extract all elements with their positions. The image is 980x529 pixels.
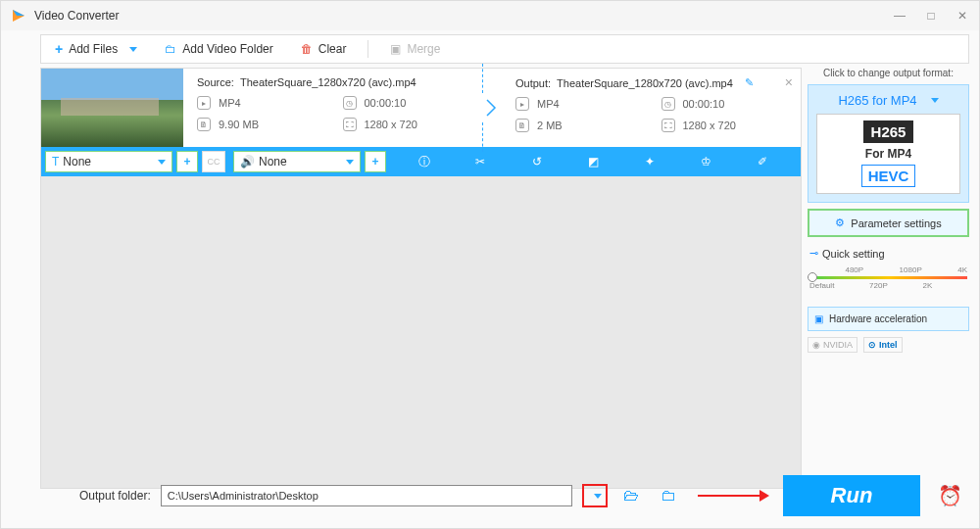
chip-icon: ▣ [814,313,823,324]
add-audio-button[interactable]: + [365,151,386,172]
settings-icon: ⚙ [835,216,845,229]
caret-down-icon [346,160,354,165]
window: Video Converter — □ ✕ + Add Files 🗀 Add … [0,0,980,529]
slider-icon: ⊸ [809,247,818,260]
format-title: H265 for MP4 [838,93,916,108]
info-icon[interactable]: ⓘ [416,153,433,170]
intel-badge: ⊙Intel [863,337,903,353]
audio-value: None [259,155,287,168]
output-size: 2 MB [537,120,563,131]
parameter-settings-button[interactable]: ⚙ Parameter settings [808,209,969,237]
titlebar: Video Converter — □ ✕ [1,1,979,30]
slider-tick-default: Default [809,281,834,290]
file-icon: 🗎 [515,119,529,132]
clock-icon: ◷ [662,97,675,111]
output-info: × Output: TheaterSquare_1280x720 (avc).m… [502,69,801,147]
add-files-button[interactable]: + Add Files [41,35,151,63]
caret-down-icon [158,160,166,165]
merge-label: Merge [407,42,440,56]
watermark-icon[interactable]: ♔ [698,153,715,170]
run-label: Run [831,483,873,508]
maximize-button[interactable]: □ [924,9,938,23]
cc-label: CC [208,157,220,167]
remove-file-button[interactable]: × [785,74,793,90]
run-button[interactable]: Run [783,475,920,516]
toolbar-separator [368,40,368,58]
caret-down-icon [129,47,137,52]
merge-icon: ▣ [390,42,401,56]
audio-select[interactable]: 🔊 None [233,151,361,172]
convert-arrow-icon [482,69,502,147]
rotate-icon[interactable]: ↺ [528,153,546,170]
merge-button[interactable]: ▣ Merge [376,35,454,63]
clear-label: Clear [318,42,347,56]
add-folder-label: Add Video Folder [182,42,273,56]
crop-icon[interactable]: ◩ [584,153,602,170]
output-duration: 00:00:10 [683,98,725,110]
clear-button[interactable]: 🗑 Clear [287,35,361,63]
minimize-button[interactable]: — [893,9,906,23]
quality-slider[interactable]: 480P 1080P 4K Default 720P 2K [809,265,967,297]
schedule-button[interactable]: ⏰ [930,475,969,516]
source-size: 9.90 MB [219,119,259,130]
annotation-arrow [698,495,767,497]
hw-accel-label: Hardware acceleration [829,313,927,324]
caret-down-icon [594,494,602,499]
output-folder-label: Output folder: [79,489,151,503]
output-resolution: 1280 x 720 [683,120,736,131]
badge-hevc: HEVC [861,165,916,187]
output-filename: TheaterSquare_1280x720 (avc).mp4 [557,77,733,89]
edit-icon[interactable]: ✎ [745,76,754,89]
slider-tick-720p: 720P [869,281,888,290]
resolution-icon: ⛶ [343,118,357,131]
hardware-acceleration-button[interactable]: ▣ Hardware acceleration [808,307,969,331]
nvidia-badge: ◉NVIDIA [808,337,858,353]
gpu-row: ◉NVIDIA ⊙Intel [808,337,969,353]
effects-icon[interactable]: ✦ [641,153,659,170]
main-area: Source: TheaterSquare_1280x720 (avc).mp4… [1,68,979,489]
slider-handle[interactable] [808,272,817,282]
format-icon: ▸ [197,96,211,110]
format-badge: H265 For MP4 HEVC [816,114,960,194]
app-title: Video Converter [34,9,120,23]
badge-container: For MP4 [823,147,954,161]
trash-icon: 🗑 [301,42,313,56]
cut-icon[interactable]: ✂ [471,153,489,170]
subtitle-select[interactable]: T None [45,151,172,172]
add-subtitle-button[interactable]: + [176,151,198,172]
video-thumbnail[interactable] [41,69,183,147]
format-icon: ▸ [515,97,529,111]
slider-tick-4k: 4K [957,265,967,274]
param-settings-label: Parameter settings [851,217,941,229]
quick-setting: ⊸Quick setting 480P 1080P 4K Default 720… [808,243,969,301]
slider-tick-1080p: 1080P [900,265,922,274]
toolbar: + Add Files 🗀 Add Video Folder 🗑 Clear ▣… [40,34,969,64]
source-duration: 00:00:10 [365,97,407,109]
source-info: Source: TheaterSquare_1280x720 (avc).mp4… [183,69,482,147]
output-format: MP4 [537,98,560,110]
slider-tick-2k: 2K [922,281,932,290]
badge-codec: H265 [863,120,914,143]
slider-tick-480p: 480P [845,265,863,274]
close-button[interactable]: ✕ [956,9,969,23]
nvidia-label: NVIDIA [823,340,853,350]
app-logo-icon [11,8,26,24]
cc-button[interactable]: CC [202,151,225,172]
open-folder-button[interactable]: 🗁 [617,487,645,505]
browse-folder-button[interactable]: 🗀 [655,487,682,505]
clock-icon: ◷ [343,96,357,110]
file-row[interactable]: Source: TheaterSquare_1280x720 (avc).mp4… [41,69,801,147]
output-format-select[interactable]: H265 for MP4 H265 For MP4 HEVC [808,84,969,203]
resolution-icon: ⛶ [662,119,675,132]
source-label: Source: [197,76,234,88]
output-folder-dropdown[interactable] [582,484,608,507]
add-video-folder-button[interactable]: 🗀 Add Video Folder [151,35,287,63]
action-bar: T None + CC 🔊 None + ⓘ ✂ ↺ ◩ ✦ [41,147,801,176]
caret-down-icon [931,98,939,103]
file-list: Source: TheaterSquare_1280x720 (avc).mp4… [40,68,802,489]
subtitle-edit-icon[interactable]: ✐ [754,153,771,170]
source-filename: TheaterSquare_1280x720 (avc).mp4 [240,76,416,88]
output-folder-input[interactable]: C:\Users\Administrator\Desktop [161,485,572,506]
output-folder-path: C:\Users\Administrator\Desktop [168,490,318,502]
format-hint-label: Click to change output format: [808,68,969,78]
